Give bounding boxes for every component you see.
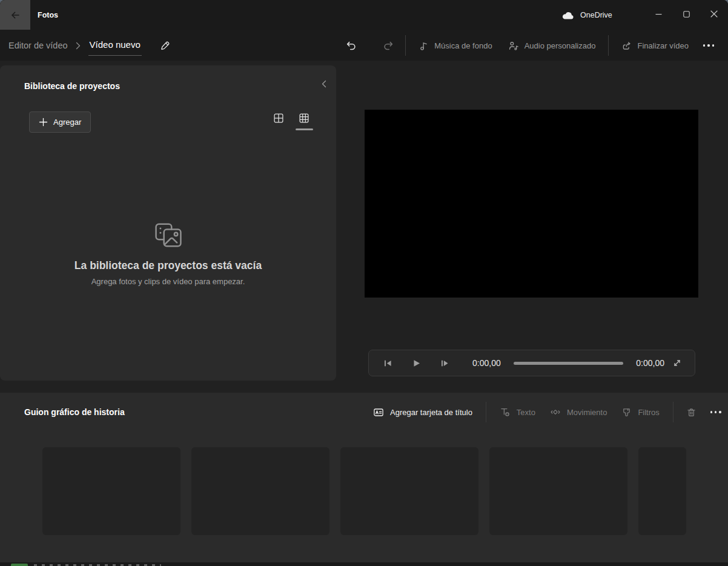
more-options-button[interactable] xyxy=(697,35,721,56)
share-export-icon xyxy=(621,41,632,51)
add-media-button[interactable]: Agregar xyxy=(29,112,91,133)
storyboard-card xyxy=(340,447,478,535)
custom-audio-button[interactable]: Audio personalizado xyxy=(500,35,604,56)
library-empty-state: La biblioteca de proyectos está vacía Ag… xyxy=(0,222,336,286)
music-note-icon xyxy=(419,41,429,51)
finish-video-button[interactable]: Finalizar vídeo xyxy=(614,35,697,56)
ellipsis-icon xyxy=(703,44,714,46)
delete-button[interactable] xyxy=(680,401,704,423)
storyboard-card xyxy=(489,447,627,535)
ellipsis-icon xyxy=(710,411,721,413)
breadcrumb-video-editor[interactable]: Editor de vídeo xyxy=(8,41,68,50)
onedrive-cloud-icon xyxy=(561,11,575,20)
video-preview[interactable] xyxy=(365,110,698,298)
trash-icon xyxy=(686,407,697,418)
filters-label: Filtros xyxy=(638,408,659,417)
chevron-right-icon xyxy=(76,42,81,50)
storyboard-more-button[interactable] xyxy=(704,401,728,423)
custom-audio-label: Audio personalizado xyxy=(524,41,596,50)
project-name-field[interactable]: Vídeo nuevo xyxy=(88,36,142,56)
toolbar-separator xyxy=(405,35,406,56)
library-view-toggles xyxy=(273,113,309,124)
collapse-panel-button[interactable] xyxy=(322,80,326,88)
background-music-button[interactable]: Música de fondo xyxy=(411,35,500,56)
close-button[interactable] xyxy=(700,0,728,28)
large-grid-view-button[interactable] xyxy=(273,113,284,124)
app-title: Fotos xyxy=(38,0,58,30)
undo-button[interactable] xyxy=(339,35,363,56)
storyboard-section: Guion gráfico de historia Agregar tarjet… xyxy=(0,393,728,562)
editor-actions: Música de fondo Audio personalizado xyxy=(339,30,728,61)
storyboard-card xyxy=(42,447,180,535)
seek-slider[interactable] xyxy=(514,362,624,365)
photos-app-window: Fotos OneDrive xyxy=(0,0,728,566)
total-duration: 0:00,00 xyxy=(636,358,664,368)
library-title: Biblioteca de proyectos xyxy=(24,81,120,91)
clipped-bottom-row xyxy=(0,562,728,566)
window-controls xyxy=(644,0,728,30)
motion-button[interactable]: Movimiento xyxy=(543,401,614,423)
grid-3x3-icon xyxy=(299,113,309,124)
breadcrumb: Editor de vídeo Vídeo nuevo xyxy=(8,30,170,61)
playback-bar: 0:00,00 0:00,00 xyxy=(368,350,695,376)
person-music-icon xyxy=(508,41,519,51)
transport-controls xyxy=(377,353,463,373)
play-button[interactable] xyxy=(406,353,426,373)
toolbar-separator xyxy=(673,402,673,422)
selected-view-indicator xyxy=(296,128,313,130)
toolbar-separator xyxy=(486,402,486,422)
add-media-label: Agregar xyxy=(53,118,81,127)
back-button[interactable] xyxy=(0,0,30,30)
minimize-button[interactable] xyxy=(644,0,672,28)
chevron-left-icon xyxy=(322,80,326,88)
filters-button[interactable]: Filtros xyxy=(614,401,666,423)
text-label: Texto xyxy=(517,408,535,417)
next-frame-button[interactable] xyxy=(434,353,455,373)
storyboard-card xyxy=(191,447,329,535)
project-library-panel: Biblioteca de proyectos Agregar xyxy=(0,65,336,381)
text-plus-icon xyxy=(500,407,511,418)
fullscreen-button[interactable] xyxy=(668,354,686,372)
empty-library-title: La biblioteca de proyectos está vacía xyxy=(74,259,262,272)
titlebar: Fotos OneDrive xyxy=(0,0,728,30)
motion-label: Movimiento xyxy=(567,408,607,417)
text-button[interactable]: Texto xyxy=(492,401,543,423)
toolbar-separator xyxy=(608,35,609,56)
background-music-label: Música de fondo xyxy=(434,41,492,50)
grid-2x2-icon xyxy=(273,113,284,124)
clipped-green-element xyxy=(11,564,28,566)
onedrive-status[interactable]: OneDrive xyxy=(561,0,612,30)
back-arrow-icon xyxy=(10,10,21,20)
storyboard-toolbar: Agregar tarjeta de título Texto xyxy=(366,399,728,425)
title-card-icon xyxy=(373,407,384,418)
previous-frame-button[interactable] xyxy=(377,353,398,373)
maximize-button[interactable] xyxy=(672,0,700,28)
image-stack-icon xyxy=(153,222,184,248)
storyboard-title: Guion gráfico de historia xyxy=(24,407,125,417)
finish-video-label: Finalizar vídeo xyxy=(637,41,689,50)
plus-icon xyxy=(39,118,48,127)
motion-diamond-icon xyxy=(550,407,561,418)
add-title-card-label: Agregar tarjeta de título xyxy=(390,408,472,417)
diagonal-expand-icon xyxy=(672,358,682,368)
empty-library-subtitle: Agrega fotos y clips de vídeo para empez… xyxy=(91,277,245,286)
elapsed-time: 0:00,00 xyxy=(472,358,501,368)
redo-button[interactable] xyxy=(376,35,400,56)
editor-toolbar: Editor de vídeo Vídeo nuevo xyxy=(0,30,728,61)
paint-brush-icon xyxy=(621,407,632,418)
onedrive-label: OneDrive xyxy=(580,11,612,19)
storyboard-card xyxy=(638,447,686,535)
add-title-card-button[interactable]: Agregar tarjeta de título xyxy=(366,401,480,423)
rename-pencil-icon[interactable] xyxy=(160,41,170,51)
small-grid-view-button[interactable] xyxy=(299,113,309,124)
